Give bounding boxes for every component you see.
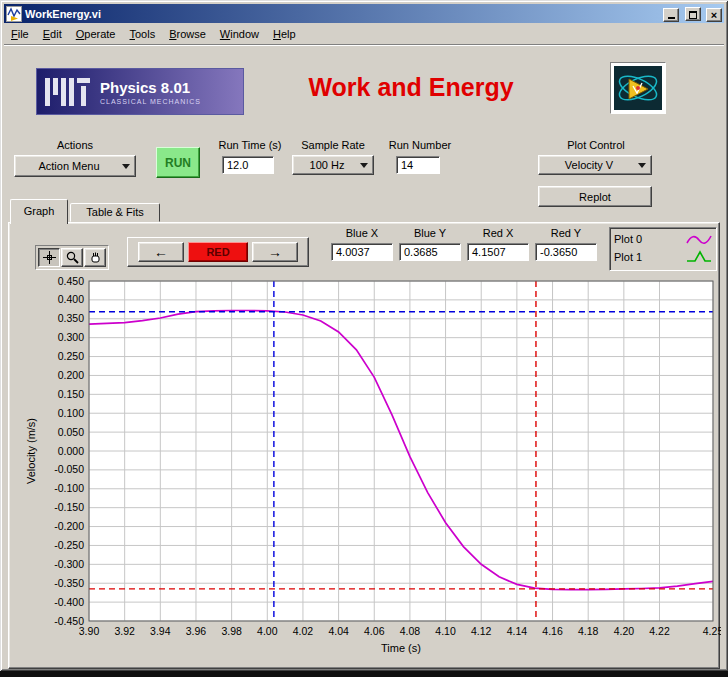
- window-title: WorkEnergy.vi: [25, 8, 659, 20]
- menu-file[interactable]: File: [4, 26, 36, 42]
- svg-text:4.20: 4.20: [614, 625, 635, 637]
- svg-text:0.050: 0.050: [58, 426, 84, 438]
- svg-text:3.94: 3.94: [150, 625, 171, 637]
- svg-text:0.450: 0.450: [58, 275, 84, 287]
- svg-text:-0.450: -0.450: [54, 615, 84, 627]
- svg-text:-0.150: -0.150: [54, 501, 84, 513]
- maximize-button[interactable]: [685, 7, 701, 21]
- svg-text:-0.100: -0.100: [54, 482, 84, 494]
- legend-item-plot0[interactable]: Plot 0: [614, 230, 712, 248]
- svg-text:0.300: 0.300: [58, 331, 84, 343]
- menu-help[interactable]: Help: [266, 26, 303, 42]
- plot-control-value: Velocity V: [544, 159, 634, 171]
- velocity-graph[interactable]: 3.903.923.943.963.984.004.024.044.064.08…: [21, 271, 721, 663]
- menu-separator: [4, 44, 724, 46]
- red-x-value[interactable]: 4.1507: [467, 243, 529, 261]
- replot-button[interactable]: Replot: [538, 186, 652, 207]
- svg-text:0.400: 0.400: [58, 293, 84, 305]
- cursor-mover-group: ← RED →: [127, 237, 309, 267]
- run-number-label: Run Number: [378, 139, 462, 151]
- svg-text:4.08: 4.08: [400, 625, 421, 637]
- graph-panel: ← RED → Blue X 4.0037 Blue Y 0.3685 Red …: [8, 222, 720, 669]
- title-bar[interactable]: WorkEnergy.vi ×: [4, 4, 724, 23]
- action-menu-value: Action Menu: [20, 160, 118, 172]
- cursor-right-button[interactable]: →: [252, 242, 298, 262]
- svg-text:4.12: 4.12: [471, 625, 492, 637]
- run-button[interactable]: RUN: [156, 147, 200, 178]
- menu-tools[interactable]: Tools: [122, 26, 162, 42]
- close-icon: ×: [711, 9, 717, 21]
- zoom-tool-button[interactable]: [61, 248, 83, 267]
- magnifier-icon: [66, 251, 79, 264]
- red-y-label: Red Y: [535, 227, 597, 239]
- cursor-tool-button[interactable]: [38, 248, 60, 267]
- cursor-left-button[interactable]: ←: [138, 242, 184, 262]
- red-x-label: Red X: [467, 227, 529, 239]
- plot-legend: Plot 0 Plot 1: [609, 227, 717, 271]
- svg-text:-0.400: -0.400: [54, 596, 84, 608]
- run-time-label: Run Time (s): [212, 139, 288, 151]
- svg-text:4.04: 4.04: [328, 625, 349, 637]
- menu-edit[interactable]: Edit: [36, 26, 69, 42]
- svg-text:-0.050: -0.050: [54, 463, 84, 475]
- course-title: Physics 8.01: [100, 79, 201, 96]
- sample-rate-dropdown[interactable]: 100 Hz: [292, 155, 374, 175]
- cursor-select-red-button[interactable]: RED: [188, 242, 248, 262]
- svg-text:-0.350: -0.350: [54, 577, 84, 589]
- course-subtitle: CLASSICAL MECHANICS: [100, 98, 201, 105]
- legend-label-plot1: Plot 1: [614, 251, 642, 263]
- chevron-down-icon: [360, 163, 368, 168]
- svg-text:Velocity (m/s): Velocity (m/s): [25, 418, 37, 484]
- app-window: WorkEnergy.vi × File Edit Operate Tools …: [0, 0, 728, 671]
- chevron-down-icon: [122, 164, 130, 169]
- svg-text:4.02: 4.02: [293, 625, 314, 637]
- minimize-button[interactable]: [663, 8, 679, 22]
- run-number-input[interactable]: [396, 156, 440, 174]
- mit-logo: [45, 78, 91, 106]
- svg-text:4.22: 4.22: [649, 625, 670, 637]
- hand-icon: [89, 251, 102, 264]
- menu-browse[interactable]: Browse: [162, 26, 213, 42]
- svg-text:4.10: 4.10: [435, 625, 456, 637]
- tab-graph[interactable]: Graph: [10, 199, 68, 224]
- svg-text:3.90: 3.90: [79, 625, 100, 637]
- action-menu-dropdown[interactable]: Action Menu: [14, 155, 136, 177]
- tab-table-fits[interactable]: Table & Fits: [70, 203, 160, 222]
- labview-vi-icon: [614, 66, 662, 110]
- svg-text:0.000: 0.000: [58, 445, 84, 457]
- menu-operate[interactable]: Operate: [69, 26, 123, 42]
- pan-tool-button[interactable]: [84, 248, 106, 267]
- svg-text:4.00: 4.00: [257, 625, 278, 637]
- mit-banner-text: Physics 8.01 CLASSICAL MECHANICS: [100, 79, 201, 105]
- plot-control-dropdown[interactable]: Velocity V: [538, 155, 652, 175]
- svg-text:4.14: 4.14: [507, 625, 528, 637]
- svg-text:4.06: 4.06: [364, 625, 385, 637]
- red-y-value[interactable]: -0.3650: [535, 243, 597, 261]
- window-buttons: ×: [662, 5, 722, 23]
- blue-y-label: Blue Y: [399, 227, 461, 239]
- svg-text:0.150: 0.150: [58, 388, 84, 400]
- svg-text:0.250: 0.250: [58, 350, 84, 362]
- svg-text:-0.200: -0.200: [54, 520, 84, 532]
- svg-text:3.92: 3.92: [114, 625, 135, 637]
- svg-text:Time (s): Time (s): [381, 642, 421, 654]
- graph-tool-palette: [35, 245, 109, 270]
- run-time-input[interactable]: [222, 156, 274, 174]
- blue-y-value[interactable]: 0.3685: [399, 243, 461, 261]
- blue-x-label: Blue X: [331, 227, 393, 239]
- svg-text:4.16: 4.16: [542, 625, 563, 637]
- close-button[interactable]: ×: [706, 8, 722, 22]
- svg-text:3.98: 3.98: [221, 625, 242, 637]
- plot0-line-sample-icon: [686, 231, 712, 247]
- blue-x-value[interactable]: 4.0037: [331, 243, 393, 261]
- svg-text:3.96: 3.96: [186, 625, 207, 637]
- svg-text:0.200: 0.200: [58, 369, 84, 381]
- chevron-down-icon: [638, 163, 646, 168]
- svg-text:-0.250: -0.250: [54, 539, 84, 551]
- svg-text:-0.300: -0.300: [54, 558, 84, 570]
- legend-item-plot1[interactable]: Plot 1: [614, 248, 712, 266]
- legend-label-plot0: Plot 0: [614, 233, 642, 245]
- menu-window[interactable]: Window: [213, 26, 266, 42]
- sample-rate-label: Sample Rate: [288, 139, 378, 151]
- svg-text:0.100: 0.100: [58, 407, 84, 419]
